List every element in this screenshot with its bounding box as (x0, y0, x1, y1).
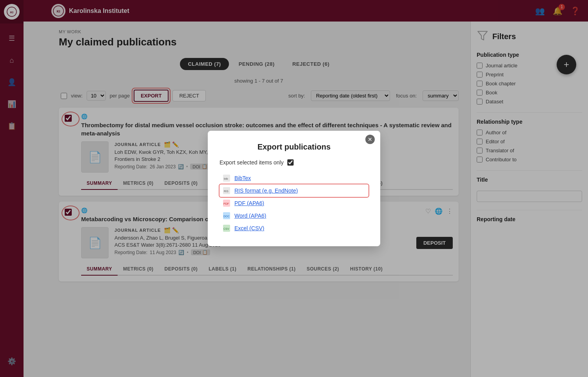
modal-export-checkbox[interactable] (287, 159, 294, 166)
modal-overlay: ✕ Export publications Export selected it… (0, 0, 588, 377)
word-icon: DOC (223, 212, 230, 220)
export-modal: ✕ Export publications Export selected it… (208, 131, 380, 246)
pdf-icon: PDF (223, 199, 230, 207)
ris-icon: RIS (223, 187, 230, 195)
format-ris-label: RIS format (e.g. EndNote) (234, 188, 298, 194)
modal-format-list: bib BibTex RIS RIS format (e.g. EndNote)… (220, 172, 368, 234)
modal-title: Export publications (220, 143, 368, 152)
svg-text:DOC: DOC (223, 215, 230, 218)
bibtex-icon: bib (223, 174, 230, 182)
svg-text:bib: bib (224, 177, 228, 180)
format-bibtex[interactable]: bib BibTex (220, 172, 368, 184)
format-pdf[interactable]: PDF PDF (APA6) (220, 197, 368, 209)
format-bibtex-label: BibTex (234, 175, 251, 181)
modal-export-only: Export selected items only (220, 159, 368, 166)
svg-text:CSV: CSV (223, 227, 229, 230)
svg-text:RIS: RIS (224, 190, 229, 193)
modal-close-button[interactable]: ✕ (365, 135, 375, 144)
format-excel[interactable]: CSV Excel (CSV) (220, 222, 368, 234)
format-word-label: Word (APA6) (234, 213, 266, 219)
format-word[interactable]: DOC Word (APA6) (220, 209, 368, 222)
excel-icon: CSV (223, 224, 230, 232)
format-pdf-label: PDF (APA6) (234, 200, 264, 206)
format-excel-label: Excel (CSV) (234, 225, 264, 231)
format-ris[interactable]: RIS RIS format (e.g. EndNote) (220, 184, 368, 197)
modal-export-only-label: Export selected items only (220, 159, 283, 166)
svg-text:PDF: PDF (223, 202, 229, 205)
